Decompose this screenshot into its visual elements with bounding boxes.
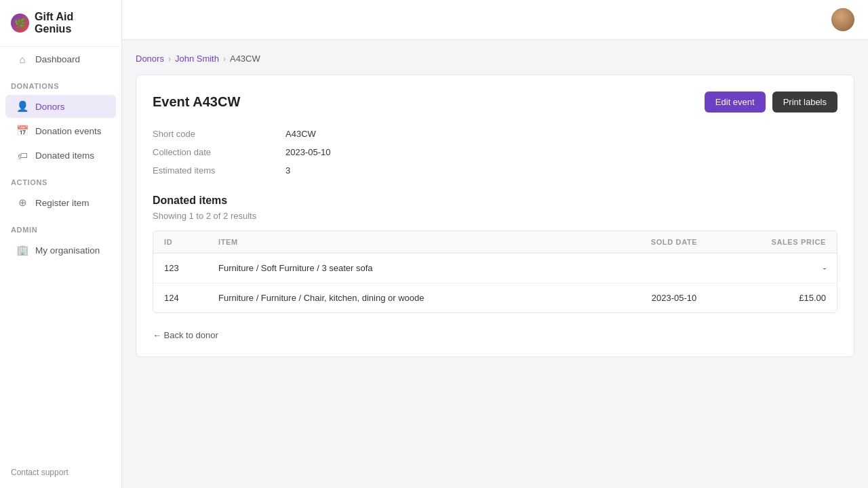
sidebar-item-label: Donors (35, 102, 65, 112)
meta-collection-date: Collection date 2023-05-10 (153, 147, 837, 157)
cell-sales-price: - (735, 253, 837, 283)
breadcrumb: Donors › John Smith › A43CW (136, 54, 854, 64)
breadcrumb-sep-1: › (168, 54, 171, 64)
event-meta: Short code A43CW Collection date 2023-05… (153, 129, 837, 176)
card-actions: Edit event Print labels (705, 92, 837, 113)
building-icon: 🏢 (16, 244, 28, 256)
cell-sold-date: 2023-05-10 (613, 283, 735, 313)
short-code-value: A43CW (285, 129, 316, 139)
main-content: Donors › John Smith › A43CW Event A43CW … (122, 0, 868, 488)
cell-id: 124 (153, 283, 208, 313)
th-sales-price: SALES PRICE (735, 231, 837, 253)
sidebar-item-label: Register item (35, 198, 90, 208)
logo-icon: 🌿 (11, 14, 29, 33)
sidebar-item-my-organisation[interactable]: 🏢 My organisation (5, 239, 116, 262)
sidebar-section-admin: ADMIN (0, 215, 121, 238)
breadcrumb-donors[interactable]: Donors (136, 54, 164, 64)
user-avatar[interactable] (831, 8, 854, 31)
app-name: Gift Aid Genius (35, 11, 111, 35)
event-card: Event A43CW Edit event Print labels Shor… (136, 75, 854, 357)
sidebar-item-label: Donated items (35, 150, 94, 161)
print-labels-button[interactable]: Print labels (772, 92, 837, 113)
page-content: Donors › John Smith › A43CW Event A43CW … (122, 40, 868, 488)
tag-icon: 🏷 (16, 149, 28, 161)
donated-items-title: Donated items (153, 195, 837, 207)
plus-circle-icon: ⊕ (16, 197, 28, 209)
sidebar: 🌿 Gift Aid Genius ⌂ Dashboard DONATIONS … (0, 0, 122, 488)
th-sold-date: SOLD DATE (613, 231, 735, 253)
edit-event-button[interactable]: Edit event (705, 92, 766, 113)
table-row[interactable]: 124Furniture / Furniture / Chair, kitche… (153, 283, 837, 313)
sidebar-item-donors[interactable]: 👤 Donors (5, 95, 116, 118)
collection-date-value: 2023-05-10 (285, 147, 331, 157)
table-body: 123Furniture / Soft Furniture / 3 seater… (153, 253, 837, 313)
meta-short-code: Short code A43CW (153, 129, 837, 139)
th-item: ITEM (208, 231, 613, 253)
donated-items-table: ID ITEM SOLD DATE SALES PRICE 123Furnitu… (153, 231, 837, 312)
cell-item: Furniture / Furniture / Chair, kitchen, … (208, 283, 613, 313)
sidebar-item-label: Dashboard (35, 54, 80, 64)
calendar-icon: 📅 (16, 125, 28, 137)
table-row[interactable]: 123Furniture / Soft Furniture / 3 seater… (153, 253, 837, 283)
person-icon: 👤 (16, 100, 28, 113)
table-head: ID ITEM SOLD DATE SALES PRICE (153, 231, 837, 253)
page-title: Event A43CW (153, 94, 240, 110)
sidebar-section-donations: DONATIONS (0, 71, 121, 94)
sidebar-section-actions: ACTIONS (0, 167, 121, 190)
sidebar-item-label: My organisation (35, 245, 100, 256)
estimated-items-value: 3 (285, 165, 290, 176)
collection-date-label: Collection date (153, 147, 275, 157)
contact-support-link[interactable]: Contact support (0, 457, 121, 488)
app-logo: 🌿 Gift Aid Genius (0, 0, 121, 47)
table-header-row: ID ITEM SOLD DATE SALES PRICE (153, 231, 837, 253)
results-count: Showing 1 to 2 of 2 results (153, 211, 837, 221)
th-id: ID (153, 231, 208, 253)
breadcrumb-john-smith[interactable]: John Smith (175, 54, 219, 64)
cell-sold-date (613, 253, 735, 283)
short-code-label: Short code (153, 129, 275, 139)
avatar-image (831, 8, 854, 31)
meta-estimated-items: Estimated items 3 (153, 165, 837, 176)
sidebar-item-label: Donation events (35, 126, 102, 136)
sidebar-item-donation-events[interactable]: 📅 Donation events (5, 119, 116, 142)
cell-item: Furniture / Soft Furniture / 3 seater so… (208, 253, 613, 283)
estimated-items-label: Estimated items (153, 165, 275, 176)
cell-sales-price: £15.00 (735, 283, 837, 313)
sidebar-item-register-item[interactable]: ⊕ Register item (5, 191, 116, 214)
house-icon: ⌂ (16, 53, 28, 65)
donated-items-table-wrapper: ID ITEM SOLD DATE SALES PRICE 123Furnitu… (153, 230, 837, 313)
breadcrumb-current: A43CW (230, 54, 260, 64)
topbar (122, 0, 868, 40)
card-header: Event A43CW Edit event Print labels (153, 92, 837, 113)
cell-id: 123 (153, 253, 208, 283)
breadcrumb-sep-2: › (223, 54, 226, 64)
sidebar-item-dashboard[interactable]: ⌂ Dashboard (5, 47, 116, 70)
back-to-donor-link[interactable]: ← Back to donor (153, 330, 218, 340)
sidebar-item-donated-items[interactable]: 🏷 Donated items (5, 144, 116, 167)
